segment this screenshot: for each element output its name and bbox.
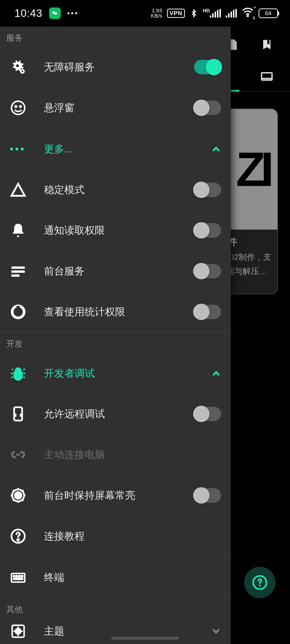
foreground-service-item[interactable]: 前台服务 — [0, 251, 231, 292]
svg-rect-15 — [12, 274, 20, 277]
chevron-up-icon — [211, 144, 221, 154]
svg-rect-13 — [12, 266, 25, 269]
notif-access-label: 通知读取权限 — [44, 224, 194, 237]
keep-screen-label: 前台时保持屏幕常亮 — [44, 489, 194, 502]
donut-icon — [10, 304, 26, 320]
terminal-item[interactable]: 终端 — [0, 557, 231, 598]
usage-stats-label: 查看使用统计权限 — [44, 305, 194, 318]
connect-pc-label: 主动连接电脑 — [44, 448, 221, 462]
navigation-drawer: 服务 无障碍服务 悬浮窗 更多... 稳定模式 通知读取权限 — [0, 26, 231, 644]
brightness-square-icon — [10, 623, 26, 639]
signal-2-icon — [226, 9, 237, 18]
keep-screen-item[interactable]: 前台时保持屏幕常亮 — [0, 475, 231, 516]
notif-access-toggle[interactable] — [194, 223, 221, 238]
svg-point-2 — [247, 16, 248, 17]
vpn-badge: VPN — [167, 9, 185, 18]
svg-point-26 — [22, 575, 23, 577]
foreground-label: 前台服务 — [44, 264, 194, 278]
keyboard-icon — [10, 570, 26, 586]
keep-screen-toggle[interactable] — [194, 488, 221, 503]
phone-dev-icon — [10, 406, 26, 422]
svg-point-6 — [259, 585, 261, 586]
triangle-icon — [10, 182, 26, 198]
svg-point-23 — [14, 575, 15, 577]
terminal-label: 终端 — [44, 571, 221, 584]
battery-indicator: 64 — [259, 8, 278, 18]
remote-debug-item[interactable]: 允许远程调试 — [0, 394, 231, 434]
svg-point-28 — [22, 578, 23, 579]
status-time: 10:43 — [15, 7, 42, 19]
svg-point-11 — [15, 106, 17, 107]
monitor-icon[interactable] — [260, 71, 273, 83]
help-circle-icon — [10, 528, 26, 544]
theme-label: 主题 — [44, 624, 211, 638]
signal-1-icon — [210, 9, 221, 18]
svg-point-18 — [15, 492, 22, 499]
svg-point-31 — [16, 628, 21, 634]
wechat-icon — [49, 8, 61, 19]
bug-icon — [10, 366, 26, 381]
gears-icon — [10, 59, 26, 75]
svg-rect-3 — [267, 40, 269, 44]
svg-point-24 — [16, 575, 18, 577]
help-fab[interactable] — [244, 567, 275, 598]
usage-stats-item[interactable]: 查看使用统计权限 — [0, 292, 231, 332]
developer-debug-item[interactable]: 开发者调试 — [0, 353, 231, 394]
svg-rect-29 — [16, 578, 21, 579]
svg-point-10 — [12, 101, 25, 114]
dots-horizontal-icon — [10, 148, 26, 150]
svg-point-21 — [17, 539, 19, 540]
overlay-item[interactable]: 悬浮窗 — [0, 88, 231, 128]
section-other: 其他 — [0, 598, 231, 618]
theme-item[interactable]: 主题 — [0, 618, 231, 644]
remote-debug-toggle[interactable] — [194, 407, 221, 421]
svg-point-27 — [14, 578, 15, 579]
accessibility-label: 无障碍服务 — [44, 60, 194, 74]
stable-toggle[interactable] — [194, 182, 221, 197]
bell-icon — [10, 222, 26, 238]
more-label: 更多... — [44, 142, 211, 156]
accessibility-item[interactable]: 无障碍服务 — [0, 47, 231, 88]
foreground-toggle[interactable] — [194, 264, 221, 278]
remote-debug-label: 允许远程调试 — [44, 407, 194, 421]
smiley-icon — [10, 100, 26, 116]
section-dev: 开发 — [0, 332, 231, 353]
section-service: 服务 — [0, 26, 231, 47]
network-speed: 1.93 KB/s — [151, 8, 162, 18]
svg-point-12 — [20, 106, 21, 107]
status-bar: 10:43 1.93 KB/s VPN HD + 6 64 — [0, 0, 290, 26]
svg-point-1 — [55, 12, 57, 15]
gesture-handle[interactable] — [111, 637, 179, 640]
connect-tutorial-item[interactable]: 连接教程 — [0, 516, 231, 556]
accessibility-toggle[interactable] — [194, 60, 221, 74]
svg-point-9 — [22, 71, 24, 72]
usage-stats-toggle[interactable] — [194, 305, 221, 319]
connect-pc-item: 主动连接电脑 — [0, 434, 231, 475]
overlay-toggle[interactable] — [194, 100, 221, 115]
lines-icon — [10, 263, 26, 279]
connect-tut-label: 连接教程 — [44, 530, 221, 543]
bookmark-icon[interactable] — [260, 38, 273, 51]
more-item[interactable]: 更多... — [0, 128, 231, 169]
svg-rect-14 — [12, 270, 25, 273]
chevron-down-icon — [211, 626, 221, 636]
dev-debug-label: 开发者调试 — [44, 366, 211, 380]
link-icon — [10, 447, 26, 462]
bluetooth-icon — [190, 8, 198, 18]
wifi-icon: + 6 — [242, 7, 254, 19]
overlay-label: 悬浮窗 — [44, 101, 194, 114]
more-dots-icon — [67, 12, 77, 14]
chevron-up-icon — [211, 368, 221, 378]
hd-label: HD — [203, 8, 210, 14]
svg-point-25 — [19, 575, 20, 577]
notification-access-item[interactable]: 通知读取权限 — [0, 210, 231, 251]
brightness-icon — [10, 488, 26, 504]
svg-point-7 — [16, 64, 19, 67]
stable-label: 稳定模式 — [44, 183, 194, 196]
stable-mode-item[interactable]: 稳定模式 — [0, 169, 231, 210]
